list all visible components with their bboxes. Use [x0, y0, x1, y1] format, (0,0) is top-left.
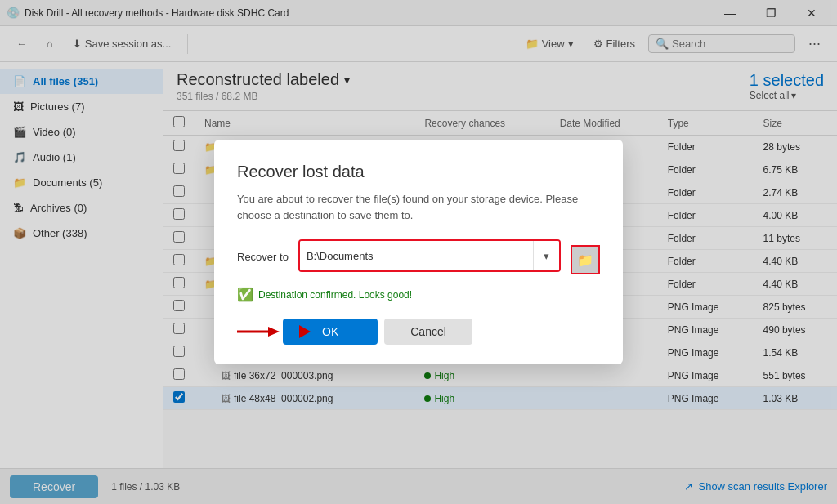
ok-label: OK [322, 325, 338, 338]
recover-to-input-row: ▾ [298, 239, 561, 272]
dropdown-button[interactable]: ▾ [533, 241, 559, 270]
cancel-button[interactable]: Cancel [384, 319, 472, 345]
cancel-label: Cancel [410, 325, 446, 338]
recover-modal: Recover lost data You are about to recov… [214, 140, 623, 364]
ok-arrow-indicator [237, 322, 280, 341]
destination-status: ✅ Destination confirmed. Looks good! [237, 287, 600, 302]
folder-browse-button[interactable]: 📁 [571, 245, 600, 274]
modal-overlay: Recover lost data You are about to recov… [0, 0, 837, 504]
status-check-icon: ✅ [237, 287, 253, 302]
recover-to-label: Recover to [237, 251, 289, 263]
recover-to-input[interactable] [300, 241, 533, 270]
modal-title: Recover lost data [237, 163, 600, 181]
ok-button[interactable]: OK [283, 319, 378, 345]
status-text: Destination confirmed. Looks good! [258, 289, 412, 301]
svg-marker-1 [268, 327, 280, 337]
modal-actions: OK Cancel [237, 319, 600, 345]
modal-description: You are about to recover the file(s) fou… [237, 191, 600, 223]
